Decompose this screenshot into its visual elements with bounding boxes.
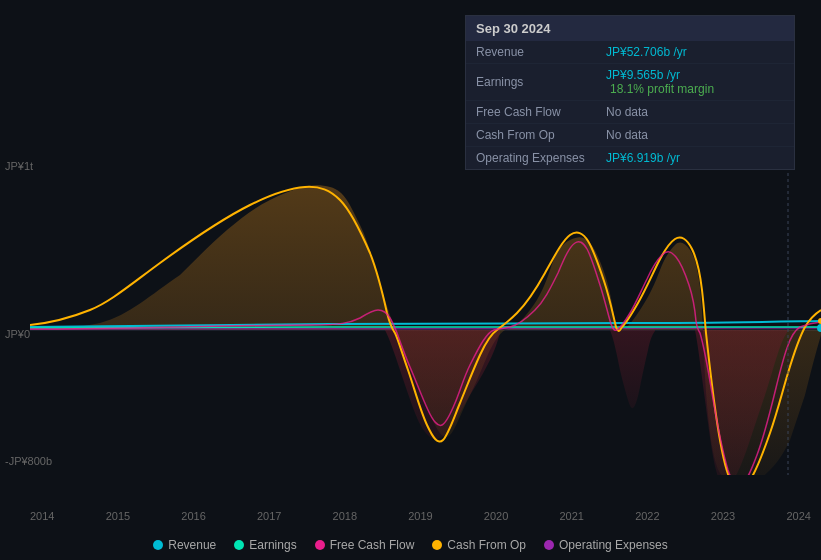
tooltip-value-revenue: JP¥52.706b /yr xyxy=(606,45,687,59)
legend-opex[interactable]: Operating Expenses xyxy=(544,538,668,552)
x-label-2017: 2017 xyxy=(257,510,281,522)
tooltip-label-earnings: Earnings xyxy=(476,75,606,89)
tooltip-value-fcf: No data xyxy=(606,105,648,119)
legend-dot-revenue xyxy=(153,540,163,550)
tooltip-row-cashfromop: Cash From Op No data xyxy=(466,124,794,147)
legend-label-earnings: Earnings xyxy=(249,538,296,552)
x-label-2019: 2019 xyxy=(408,510,432,522)
tooltip-label-opex: Operating Expenses xyxy=(476,151,606,165)
x-label-2022: 2022 xyxy=(635,510,659,522)
tooltip-label-cashfromop: Cash From Op xyxy=(476,128,606,142)
tooltip-value-earnings: JP¥9.565b /yr18.1% profit margin xyxy=(606,68,714,96)
legend-earnings[interactable]: Earnings xyxy=(234,538,296,552)
tooltip-value-opex: JP¥6.919b /yr xyxy=(606,151,680,165)
tooltip-value-cashfromop: No data xyxy=(606,128,648,142)
x-label-2018: 2018 xyxy=(333,510,357,522)
chart-svg xyxy=(30,155,821,475)
tooltip-date: Sep 30 2024 xyxy=(466,16,794,41)
x-label-2024: 2024 xyxy=(786,510,810,522)
legend-fcf[interactable]: Free Cash Flow xyxy=(315,538,415,552)
legend: Revenue Earnings Free Cash Flow Cash Fro… xyxy=(0,538,821,552)
tooltip-row-fcf: Free Cash Flow No data xyxy=(466,101,794,124)
profit-margin: 18.1% profit margin xyxy=(610,82,714,96)
tooltip-row-opex: Operating Expenses JP¥6.919b /yr xyxy=(466,147,794,169)
legend-label-opex: Operating Expenses xyxy=(559,538,668,552)
y-label-zero: JP¥0 xyxy=(5,328,30,340)
tooltip-row-earnings: Earnings JP¥9.565b /yr18.1% profit margi… xyxy=(466,64,794,101)
tooltip-label-revenue: Revenue xyxy=(476,45,606,59)
legend-dot-cashfromop xyxy=(432,540,442,550)
x-axis-labels: 2014 2015 2016 2017 2018 2019 2020 2021 … xyxy=(30,510,811,522)
x-label-2021: 2021 xyxy=(559,510,583,522)
tooltip-label-fcf: Free Cash Flow xyxy=(476,105,606,119)
legend-label-cashfromop: Cash From Op xyxy=(447,538,526,552)
tooltip-row-revenue: Revenue JP¥52.706b /yr xyxy=(466,41,794,64)
legend-dot-opex xyxy=(544,540,554,550)
legend-dot-fcf xyxy=(315,540,325,550)
legend-dot-earnings xyxy=(234,540,244,550)
legend-cashfromop[interactable]: Cash From Op xyxy=(432,538,526,552)
legend-label-revenue: Revenue xyxy=(168,538,216,552)
x-label-2014: 2014 xyxy=(30,510,54,522)
x-label-2015: 2015 xyxy=(106,510,130,522)
tooltip-card: Sep 30 2024 Revenue JP¥52.706b /yr Earni… xyxy=(465,15,795,170)
x-label-2023: 2023 xyxy=(711,510,735,522)
x-label-2016: 2016 xyxy=(181,510,205,522)
legend-label-fcf: Free Cash Flow xyxy=(330,538,415,552)
x-label-2020: 2020 xyxy=(484,510,508,522)
legend-revenue[interactable]: Revenue xyxy=(153,538,216,552)
y-label-top: JP¥1t xyxy=(5,160,33,172)
